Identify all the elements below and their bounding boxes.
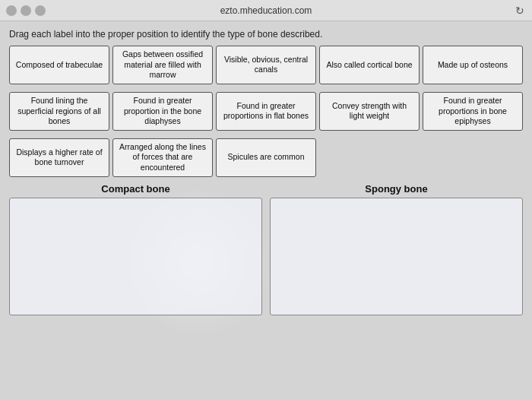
browser-btn-minimize[interactable] [21,5,31,16]
label-composed-trabeculae[interactable]: Composed of trabeculae [9,46,109,84]
content-area: Drag each label into the proper position… [0,21,532,399]
label-gaps-ossified[interactable]: Gaps between ossified material are fille… [112,46,213,84]
refresh-icon[interactable]: ↻ [515,5,524,17]
label-also-called-cortical[interactable]: Also called cortical bone [319,46,420,84]
spongy-bone-title: Spongy bone [270,183,523,195]
label-found-greater-epiphyses[interactable]: Found in greater proportions in bone epi… [423,92,523,131]
browser-url: ezto.mheducation.com [220,5,312,16]
compact-bone-dropzone[interactable] [9,198,262,315]
browser-btn-close[interactable] [6,5,17,16]
label-made-up-osteons[interactable]: Made up of osteons [423,46,523,84]
label-convey-strength[interactable]: Convey strength with light weight [319,92,420,131]
labels-row2: Found lining the superficial regions of … [9,92,523,131]
compact-bone-container: Compact bone [9,183,262,315]
browser-btn-maximize[interactable] [35,5,46,16]
labels-row3: Displays a higher rate of bone turnover … [9,138,523,177]
instruction-text: Drag each label into the proper position… [9,29,523,40]
labels-row1: Composed of trabeculae Gaps between ossi… [9,46,523,84]
drop-zones-row: Compact bone Spongy bone [9,183,523,315]
label-found-greater-diaphyses[interactable]: Found in greater proportion in the bone … [112,92,213,131]
label-displays-higher[interactable]: Displays a higher rate of bone turnover [9,138,109,177]
label-found-greater-flat[interactable]: Found in greater proportions in flat bon… [216,92,316,131]
label-spicules-common[interactable]: Spicules are common [216,138,316,177]
spongy-bone-dropzone[interactable] [270,198,523,315]
spongy-bone-container: Spongy bone [270,183,523,315]
compact-bone-title: Compact bone [9,183,262,195]
label-found-lining[interactable]: Found lining the superficial regions of … [9,92,109,131]
browser-bar: ezto.mheducation.com ↻ [0,0,532,21]
label-arranged-along[interactable]: Arranged along the lines of forces that … [112,138,213,177]
label-visible-obvious[interactable]: Visible, obvious, central canals [216,46,316,84]
